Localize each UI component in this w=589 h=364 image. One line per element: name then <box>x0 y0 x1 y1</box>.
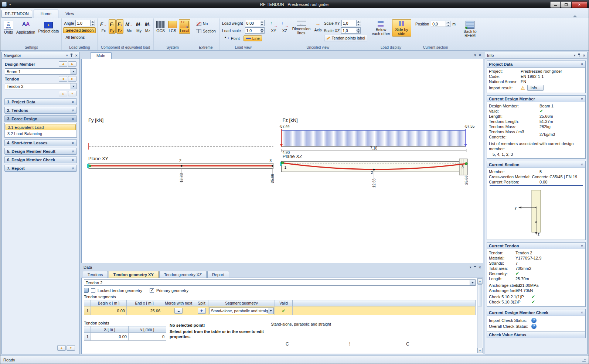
spin-down-icon[interactable] <box>446 24 450 27</box>
mx-button[interactable]: M Mx <box>124 19 134 34</box>
spin-up-icon[interactable] <box>260 28 264 30</box>
scale-xy-spinner[interactable] <box>341 20 361 26</box>
spin-up-icon[interactable] <box>91 20 95 23</box>
tendon-point-1[interactable] <box>281 162 283 164</box>
spin-down-icon[interactable] <box>260 30 264 33</box>
panel-menu-icon[interactable] <box>66 54 68 57</box>
collapse-icon[interactable] <box>581 164 585 166</box>
tendon-point-3[interactable] <box>465 162 467 165</box>
chevron-down-icon[interactable] <box>268 308 273 314</box>
extreme-no-button[interactable]: No <box>194 21 218 27</box>
load-scale-input[interactable] <box>245 27 260 34</box>
nav-subitem-load-balancing[interactable]: 3.2 Load Balancing <box>6 130 76 137</box>
scale-xy-input[interactable] <box>341 20 356 26</box>
tab-main-view[interactable]: Main <box>90 52 112 59</box>
mz-button[interactable]: M Mz <box>144 19 152 34</box>
beam-xy[interactable]: 2 3 12.83 25.66 <box>87 159 275 183</box>
maximize-button[interactable] <box>561 1 571 8</box>
panel-close-icon[interactable] <box>479 265 481 269</box>
fz-load-diagram[interactable]: -87.44 -87.55 4.90 7.18 <box>279 124 474 155</box>
vertical-scrollbar[interactable] <box>477 278 483 353</box>
chevron-down-icon[interactable] <box>71 69 76 74</box>
extreme-section-button[interactable]: Section <box>194 28 218 34</box>
tab-tendon-geometry-xz[interactable]: Tendon geometry XZ <box>159 271 207 278</box>
tendon-point-3[interactable] <box>272 165 273 167</box>
end-x-cell[interactable]: 25.66 <box>127 306 162 315</box>
spin-down-icon[interactable] <box>91 23 95 26</box>
beam-xz[interactable]: 1 2 3 12.83 25.66 <box>280 159 468 188</box>
application-button[interactable]: AA Application <box>15 19 36 35</box>
position-input[interactable] <box>431 21 446 27</box>
fx-button[interactable]: F Fx <box>99 19 108 34</box>
nav-item-force-design[interactable]: 3. Force Design <box>4 115 77 122</box>
col-valid[interactable]: Valid <box>275 300 293 306</box>
row-number[interactable]: 1 <box>84 306 91 315</box>
local-button[interactable]: Local <box>179 19 190 34</box>
ribbon-options-icon[interactable] <box>573 14 578 18</box>
spin-up-icon[interactable] <box>446 21 450 24</box>
my-button[interactable]: M My <box>135 19 143 34</box>
design-member-select[interactable]: Beam 1 <box>5 68 76 75</box>
begin-x-cell[interactable]: 0.00 <box>91 306 127 315</box>
nav-bottom-down-button[interactable] <box>67 345 75 351</box>
col-split[interactable]: Split <box>195 300 208 306</box>
collapse-icon[interactable] <box>581 245 585 247</box>
table-row[interactable]: 1 0.00 25.66 Stand-alone, parabolic and … <box>84 306 476 315</box>
project-data-button[interactable]: Project data <box>37 19 60 34</box>
spin-down-icon[interactable] <box>356 30 360 33</box>
fy-button[interactable]: F Fy <box>109 19 116 34</box>
lcs-button[interactable]: LCS <box>167 19 178 34</box>
col-begin-x[interactable]: Begin x [ m ] <box>91 300 127 306</box>
row-number[interactable]: 1 <box>84 333 91 341</box>
tendon-selector[interactable]: Tendon 2 <box>84 279 476 286</box>
position-spinner[interactable] <box>431 21 450 27</box>
info-button[interactable]: Info... <box>527 85 544 91</box>
fz-button[interactable]: F Fz <box>116 19 123 34</box>
nav-up-button[interactable] <box>59 91 67 96</box>
primary-geometry-checkbox[interactable] <box>150 288 154 293</box>
prev-tendon-button[interactable] <box>59 76 67 82</box>
view-menu-icon[interactable] <box>474 53 476 58</box>
collapse-icon[interactable] <box>581 312 585 314</box>
angle-spinner[interactable] <box>75 20 95 26</box>
tab-tendon-geometry-xy[interactable]: Tendon geometry XY <box>109 271 159 278</box>
spin-up-icon[interactable] <box>260 20 264 23</box>
point-load-button[interactable]: Point <box>222 35 242 41</box>
load-scale-spinner[interactable] <box>245 27 265 34</box>
back-to-rfem-button[interactable]: Back to RFEM <box>460 19 480 38</box>
col-end-x[interactable]: End x [ m ] <box>127 300 162 306</box>
load-weight-spinner[interactable] <box>245 20 265 26</box>
pin-icon[interactable] <box>474 266 477 269</box>
scroll-up-icon[interactable] <box>477 278 483 284</box>
tab-home[interactable]: Home <box>34 10 58 18</box>
merge-with-next-button[interactable] <box>174 308 183 314</box>
nav-item-tendons[interactable]: 2. Tendons <box>4 107 77 114</box>
collapse-icon[interactable] <box>581 63 585 65</box>
panel-menu-icon[interactable] <box>574 54 576 57</box>
tab-report[interactable]: Report <box>207 271 229 278</box>
minimize-button[interactable] <box>550 1 561 8</box>
tab-tendons[interactable]: Tendons <box>83 271 108 278</box>
col-v[interactable]: v [ mm ] <box>129 326 166 333</box>
chevron-down-icon[interactable] <box>71 83 76 89</box>
col-merge[interactable]: Merge with next <box>162 300 195 306</box>
tendon-point-2[interactable] <box>181 165 183 167</box>
view-close-icon[interactable] <box>479 53 481 58</box>
point-x-cell[interactable]: 0.00 <box>91 333 129 341</box>
nav-item-design-member-result[interactable]: 5. Design Member Result <box>4 148 77 155</box>
scrollbar-thumb[interactable] <box>478 284 482 306</box>
split-button[interactable] <box>198 308 206 314</box>
tab-view[interactable]: View <box>58 10 81 18</box>
panel-menu-icon[interactable] <box>470 265 471 269</box>
chevron-down-icon[interactable] <box>470 280 475 285</box>
tendon-point-2[interactable] <box>373 169 375 171</box>
resize-grip[interactable] <box>581 358 586 362</box>
close-button[interactable] <box>572 1 587 8</box>
nav-item-short-term-losses[interactable]: 4. Short-term Losses <box>4 139 77 146</box>
next-design-member-button[interactable] <box>68 61 76 67</box>
nav-bottom-up-button[interactable] <box>57 345 66 351</box>
uncoiled-xy-button[interactable]: XY <box>269 19 279 34</box>
collapse-icon[interactable] <box>581 98 585 100</box>
segment-geometry-select[interactable]: Stand-alone, parabolic and straight <box>209 308 274 314</box>
spin-down-icon[interactable] <box>357 23 361 26</box>
